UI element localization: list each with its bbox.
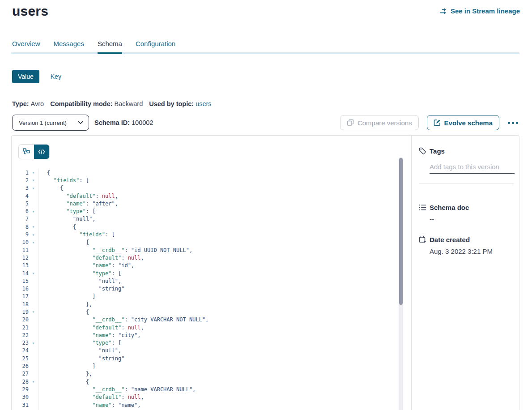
line-number: 7: [12, 216, 29, 222]
code-editor[interactable]: 1▾{2▾ "fields": [3▾ {4 "default": null,5…: [12, 169, 399, 410]
code-line[interactable]: 7 "null",: [12, 215, 399, 223]
evolve-schema-button[interactable]: Evolve schema: [427, 115, 499, 130]
fold-arrow-icon[interactable]: ▾: [29, 209, 38, 214]
line-number: 30: [12, 394, 29, 400]
line-number: 6: [12, 208, 29, 214]
topic-link[interactable]: users: [196, 100, 211, 107]
code-line[interactable]: 19▾ {: [12, 308, 399, 316]
code-text: "default": null,: [38, 394, 144, 400]
scrollbar-thumb[interactable]: [399, 158, 403, 305]
code-line[interactable]: 31 "name": "name",: [12, 401, 399, 409]
line-number: 25: [12, 355, 29, 362]
value-key-toggle: Value Key: [12, 70, 532, 83]
code-line[interactable]: 22 "name": "city",: [12, 331, 399, 339]
tab-messages[interactable]: Messages: [54, 39, 84, 50]
line-number: 23: [12, 340, 29, 346]
line-number: 14: [12, 270, 29, 277]
code-line[interactable]: 16 "string": [12, 285, 399, 292]
tab-overview[interactable]: Overview: [12, 39, 40, 50]
fold-arrow-icon[interactable]: ▾: [29, 240, 38, 245]
fold-arrow-icon[interactable]: ▾: [29, 309, 38, 314]
line-number: 1: [12, 170, 29, 176]
fold-arrow-icon[interactable]: ▾: [29, 178, 38, 183]
line-number: 28: [12, 379, 29, 385]
tree-view-button[interactable]: [19, 145, 34, 159]
code-text: "default": null,: [38, 325, 144, 331]
key-tab-button[interactable]: Key: [51, 73, 61, 80]
code-line[interactable]: 8▾ {: [12, 223, 399, 231]
tree-view-icon: [23, 148, 30, 155]
ellipsis-icon: [508, 122, 510, 124]
code-line[interactable]: 1▾{: [12, 169, 399, 176]
tab-configuration[interactable]: Configuration: [136, 39, 175, 50]
code-line[interactable]: 6▾ "type": [: [12, 207, 399, 215]
date-created-title: Date created: [430, 236, 470, 243]
tags-input[interactable]: [430, 163, 515, 174]
code-line[interactable]: 23▾ "type": [: [12, 339, 399, 347]
code-line[interactable]: 3▾ {: [12, 184, 399, 192]
code-text: "__crdb__": "city VARCHAR NOT NULL",: [38, 316, 209, 323]
value-tab-button[interactable]: Value: [12, 70, 39, 83]
code-line[interactable]: 15 "null",: [12, 277, 399, 285]
schema-doc-title: Schema doc: [430, 204, 469, 211]
code-line[interactable]: 20 "__crdb__": "city VARCHAR NOT NULL",: [12, 316, 399, 324]
line-number: 20: [12, 316, 29, 323]
fold-arrow-icon[interactable]: ▾: [29, 170, 38, 175]
code-line[interactable]: 30 "default": null,: [12, 393, 399, 401]
line-number: 29: [12, 386, 29, 393]
tab-schema[interactable]: Schema: [98, 39, 122, 50]
code-text: "type": [: [38, 340, 121, 346]
code-text: ]: [38, 293, 95, 299]
tag-icon: [419, 147, 427, 155]
chevron-down-icon: [78, 121, 83, 124]
code-text: "type": [: [38, 270, 121, 277]
fold-arrow-icon[interactable]: ▾: [29, 341, 38, 346]
date-created-value: Aug. 3 2022 3:21 PM: [430, 248, 519, 255]
code-text: "type": [: [38, 208, 95, 214]
code-text: {: [38, 185, 63, 191]
code-view-button[interactable]: [34, 145, 49, 159]
code-line[interactable]: 17 ]: [12, 293, 399, 300]
code-line[interactable]: 28▾ {: [12, 378, 399, 385]
compatibility-label: Compatibility mode:: [50, 100, 112, 107]
code-text: ]: [38, 363, 95, 369]
code-line[interactable]: 26 ]: [12, 362, 399, 370]
sidebar-divider: [419, 183, 514, 184]
used-by-topic-label: Used by topic:: [149, 100, 194, 107]
stream-lineage-label: See in Stream lineage: [451, 7, 520, 15]
code-text: "default": null,: [38, 193, 118, 199]
compare-versions-button[interactable]: Compare versions: [340, 115, 419, 130]
code-line[interactable]: 4 "default": null,: [12, 192, 399, 200]
code-line[interactable]: 9▾ "fields": [: [12, 231, 399, 238]
line-number: 18: [12, 301, 29, 308]
code-line[interactable]: 11 "__crdb__": "id UUID NOT NULL",: [12, 246, 399, 254]
code-text: "string": [38, 286, 124, 292]
fold-arrow-icon[interactable]: ▾: [29, 379, 38, 384]
code-line[interactable]: 2▾ "fields": [: [12, 176, 399, 184]
code-text: "name": "city",: [38, 332, 141, 338]
code-line[interactable]: 5 "name": "after",: [12, 200, 399, 207]
code-line[interactable]: 13 "name": "id",: [12, 262, 399, 269]
code-line[interactable]: 21 "default": null,: [12, 324, 399, 331]
schema-id-label: Schema ID:: [94, 119, 130, 126]
code-line[interactable]: 29 "__crdb__": "name VARCHAR NULL",: [12, 385, 399, 393]
stream-lineage-link[interactable]: See in Stream lineage: [439, 7, 520, 15]
editor-scrollbar[interactable]: [399, 157, 403, 410]
code-text: {: [38, 170, 50, 176]
version-select[interactable]: Version 1 (current): [12, 115, 89, 131]
code-line[interactable]: 25 "string": [12, 354, 399, 362]
fold-arrow-icon[interactable]: ▾: [29, 271, 38, 276]
code-line[interactable]: 12 "default": null,: [12, 254, 399, 261]
code-line[interactable]: 14▾ "type": [: [12, 269, 399, 277]
fold-arrow-icon[interactable]: ▾: [29, 224, 38, 229]
fold-arrow-icon[interactable]: ▾: [29, 232, 38, 237]
fold-arrow-icon[interactable]: ▾: [29, 186, 38, 191]
code-line[interactable]: 27 },: [12, 370, 399, 378]
tab-bar: Overview Messages Schema Configuration: [0, 39, 532, 52]
code-line[interactable]: 24 "null",: [12, 347, 399, 354]
more-options-button[interactable]: [506, 120, 520, 126]
line-number: 22: [12, 332, 29, 338]
code-text: },: [38, 301, 92, 308]
code-line[interactable]: 18 },: [12, 300, 399, 308]
code-line[interactable]: 10▾ {: [12, 239, 399, 246]
